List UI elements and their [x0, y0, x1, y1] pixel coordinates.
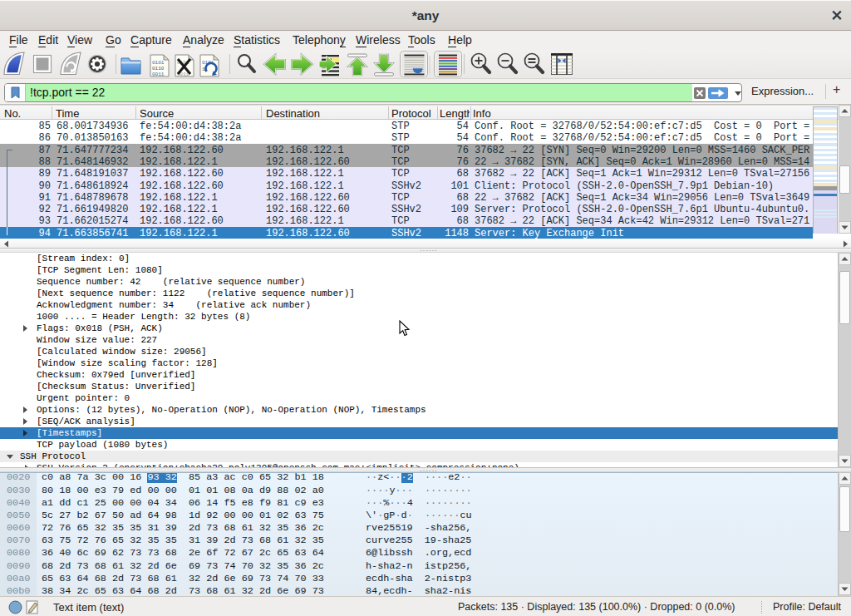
svg-text:0110: 0110 [152, 66, 165, 71]
svg-text:0101: 0101 [152, 60, 165, 66]
svg-text:0011: 0011 [152, 71, 165, 77]
